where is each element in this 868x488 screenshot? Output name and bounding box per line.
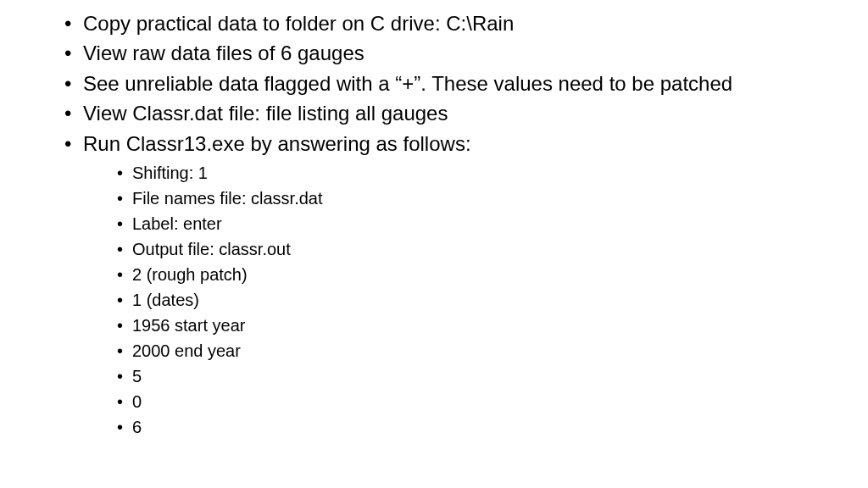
- list-item-text: See unreliable data flagged with a “+”. …: [83, 72, 732, 95]
- list-item-text: 5: [132, 367, 142, 385]
- list-item: 0: [114, 390, 809, 413]
- list-item: View Classr.dat file: file listing all g…: [59, 100, 809, 127]
- list-item: Run Classr13.exe by answering as follows…: [59, 130, 809, 439]
- list-item: File names file: classr.dat: [114, 186, 809, 210]
- list-item-text: 6: [132, 418, 142, 436]
- sub-bullet-list: Shifting: 1 File names file: classr.dat …: [114, 161, 809, 439]
- list-item-text: View Classr.dat file: file listing all g…: [83, 102, 448, 125]
- list-item: 2000 end year: [114, 339, 809, 363]
- list-item: 6: [114, 415, 809, 439]
- list-item: See unreliable data flagged with a “+”. …: [59, 70, 809, 97]
- list-item-text: 1956 start year: [132, 316, 245, 335]
- list-item-text: Run Classr13.exe by answering as follows…: [83, 132, 471, 155]
- list-item-text: Copy practical data to folder on C drive…: [83, 12, 514, 35]
- list-item-text: File names file: classr.dat: [132, 189, 323, 208]
- list-item: 2 (rough patch): [114, 263, 809, 286]
- list-item-text: 0: [132, 392, 142, 411]
- list-item-text: View raw data files of 6 gauges: [83, 42, 364, 64]
- list-item: Shifting: 1: [114, 161, 809, 185]
- list-item: 1 (dates): [114, 288, 809, 312]
- list-item: Output file: classr.out: [114, 237, 809, 261]
- list-item-text: 1 (dates): [132, 291, 199, 309]
- list-item-text: Label: enter: [132, 214, 222, 233]
- list-item-text: Shifting: 1: [132, 164, 208, 182]
- list-item-text: 2 (rough patch): [132, 265, 248, 284]
- list-item-text: 2000 end year: [132, 341, 241, 360]
- list-item: Copy practical data to folder on C drive…: [59, 10, 809, 37]
- list-item: Label: enter: [114, 212, 809, 236]
- list-item-text: Output file: classr.out: [132, 240, 291, 258]
- list-item: View raw data files of 6 gauges: [59, 40, 809, 67]
- list-item: 5: [114, 364, 809, 388]
- list-item: 1956 start year: [114, 313, 809, 337]
- main-bullet-list: Copy practical data to folder on C drive…: [59, 10, 809, 439]
